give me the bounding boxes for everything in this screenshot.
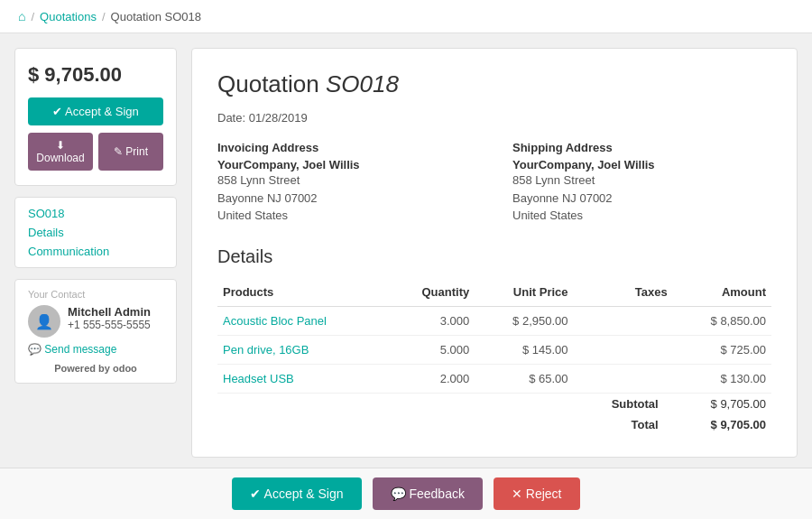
col-header-taxes: Taxes bbox=[574, 278, 673, 307]
product-name[interactable]: Pen drive, 16GB bbox=[217, 335, 388, 364]
sidebar-navigation: SO018 Details Communication bbox=[14, 197, 177, 268]
product-quantity: 2.000 bbox=[388, 364, 475, 393]
price-card: $ 9,705.00 ✔ Accept & Sign ⬇ Download ✎ … bbox=[14, 48, 177, 186]
breadcrumb-quotations-link[interactable]: Quotations bbox=[40, 10, 97, 23]
subtotal-row: Subtotal $ 9,705.00 bbox=[217, 393, 771, 414]
document-date: Date: 01/28/2019 bbox=[217, 111, 771, 125]
shipping-address-street: 858 Lynn Street bbox=[512, 171, 771, 190]
contact-label: Your Contact bbox=[28, 289, 163, 300]
breadcrumb-sep-1: / bbox=[31, 10, 34, 23]
shipping-address: Shipping Address YourCompany, Joel Willi… bbox=[512, 141, 771, 225]
product-quantity: 3.000 bbox=[388, 306, 475, 335]
document-card: Quotation SO018 Date: 01/28/2019 Invoici… bbox=[191, 48, 798, 458]
sidebar-item-communication[interactable]: Communication bbox=[28, 245, 163, 258]
download-button[interactable]: ⬇ Download bbox=[28, 133, 93, 171]
product-amount: $ 8,850.00 bbox=[673, 306, 771, 335]
col-header-products: Products bbox=[217, 278, 388, 307]
invoicing-address-city: Bayonne NJ 07002 bbox=[217, 190, 476, 208]
shipping-address-city: Bayonne NJ 07002 bbox=[512, 190, 771, 208]
product-name[interactable]: Headset USB bbox=[217, 364, 388, 393]
table-row: Headset USB 2.000 $ 65.00 $ 130.00 bbox=[217, 364, 771, 393]
details-section-title: Details bbox=[217, 246, 771, 267]
sidebar: $ 9,705.00 ✔ Accept & Sign ⬇ Download ✎ … bbox=[14, 48, 177, 458]
bottom-accept-sign-button[interactable]: ✔ Accept & Sign bbox=[232, 477, 361, 510]
contact-card: Your Contact 👤 Mitchell Admin +1 555-555… bbox=[14, 279, 177, 384]
col-header-quantity: Quantity bbox=[388, 278, 475, 307]
bottom-feedback-button[interactable]: 💬 Feedback bbox=[373, 477, 483, 510]
addresses: Invoicing Address YourCompany, Joel Will… bbox=[217, 141, 771, 225]
powered-by: Powered by odoo bbox=[28, 363, 163, 374]
table-row: Acoustic Bloc Panel 3.000 $ 2,950.00 $ 8… bbox=[217, 306, 771, 335]
product-unit-price: $ 145.00 bbox=[475, 335, 573, 364]
sidebar-item-so018[interactable]: SO018 bbox=[28, 207, 163, 220]
print-button[interactable]: ✎ Print bbox=[98, 133, 163, 171]
sidebar-item-details[interactable]: Details bbox=[28, 226, 163, 239]
invoicing-address-name: YourCompany, Joel Willis bbox=[217, 158, 476, 171]
product-taxes bbox=[574, 364, 673, 393]
invoicing-address: Invoicing Address YourCompany, Joel Will… bbox=[217, 141, 476, 225]
bottom-reject-button[interactable]: ✕ Reject bbox=[494, 477, 580, 510]
products-table: Products Quantity Unit Price Taxes Amoun… bbox=[217, 278, 771, 435]
breadcrumb-sep-2: / bbox=[102, 10, 106, 23]
product-taxes bbox=[574, 335, 673, 364]
breadcrumb: ⌂ / Quotations / Quotation SO018 bbox=[0, 0, 812, 33]
bottom-action-bar: ✔ Accept & Sign 💬 Feedback ✕ Reject bbox=[0, 468, 812, 519]
shipping-address-country: United States bbox=[512, 207, 771, 225]
total-value: $ 9,705.00 bbox=[673, 414, 771, 435]
total-row: Total $ 9,705.00 bbox=[217, 414, 771, 435]
home-icon[interactable]: ⌂ bbox=[18, 9, 25, 23]
table-row: Pen drive, 16GB 5.000 $ 145.00 $ 725.00 bbox=[217, 335, 771, 364]
subtotal-value: $ 9,705.00 bbox=[673, 393, 771, 414]
total-price: $ 9,705.00 bbox=[28, 63, 163, 87]
total-label: Total bbox=[574, 414, 673, 435]
contact-name: Mitchell Admin bbox=[68, 305, 151, 319]
subtotal-label: Subtotal bbox=[574, 393, 673, 414]
product-unit-price: $ 2,950.00 bbox=[475, 306, 573, 335]
shipping-address-name: YourCompany, Joel Willis bbox=[512, 158, 771, 171]
product-amount: $ 130.00 bbox=[673, 364, 771, 393]
product-amount: $ 725.00 bbox=[673, 335, 771, 364]
invoicing-address-street: 858 Lynn Street bbox=[217, 171, 476, 190]
col-header-unit-price: Unit Price bbox=[475, 278, 573, 307]
col-header-amount: Amount bbox=[673, 278, 771, 307]
document-title: Quotation SO018 bbox=[217, 70, 771, 98]
product-name[interactable]: Acoustic Bloc Panel bbox=[217, 306, 388, 335]
invoicing-address-country: United States bbox=[217, 207, 476, 225]
avatar: 👤 bbox=[28, 305, 60, 338]
product-quantity: 5.000 bbox=[388, 335, 475, 364]
product-taxes bbox=[574, 306, 673, 335]
breadcrumb-current: Quotation SO018 bbox=[111, 10, 201, 23]
shipping-address-label: Shipping Address bbox=[512, 141, 771, 154]
invoicing-address-label: Invoicing Address bbox=[217, 141, 476, 154]
accept-sign-button[interactable]: ✔ Accept & Sign bbox=[28, 97, 163, 125]
product-unit-price: $ 65.00 bbox=[475, 364, 573, 393]
contact-phone: +1 555-555-5555 bbox=[68, 319, 151, 331]
send-message-link[interactable]: 💬 Send message bbox=[28, 343, 163, 356]
